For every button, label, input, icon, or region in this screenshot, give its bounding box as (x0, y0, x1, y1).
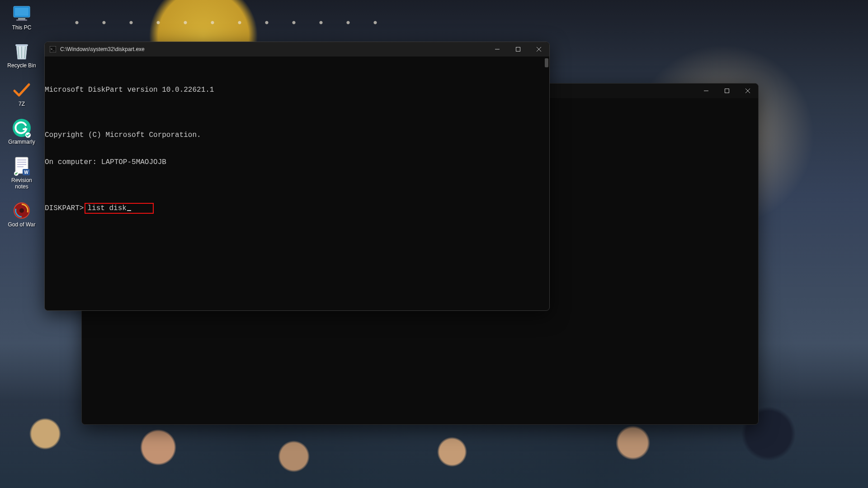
desktop-icon-label: 7Z (19, 101, 25, 107)
terminal-command: list disk (87, 204, 126, 212)
god-of-war-icon (11, 202, 32, 220)
maximize-button[interactable] (508, 42, 528, 56)
svg-rect-19 (725, 89, 729, 93)
svg-rect-2 (18, 18, 25, 19)
minimize-button[interactable] (696, 84, 717, 98)
desktop-icon-grammarly[interactable]: Grammarly (5, 119, 39, 145)
7z-checkmark-icon (11, 81, 32, 99)
desktop-icon-label: Revision notes (5, 177, 39, 190)
recycle-bin-icon (11, 42, 32, 61)
terminal-output-line: On computer: LAPTOP-5MAOJOJB (45, 158, 549, 167)
desktop-icon-7z[interactable]: 7Z (5, 81, 39, 107)
word-document-icon: W (11, 157, 32, 175)
command-highlight: list disk (85, 203, 153, 214)
svg-text:W: W (24, 170, 28, 175)
terminal-output-line: Microsoft DiskPart version 10.0.22621.1 (45, 85, 549, 94)
svg-rect-4 (15, 44, 28, 46)
terminal-icon: >_ (49, 46, 57, 53)
terminal-prompt-line: DISKPART>list disk (45, 203, 549, 214)
scrollbar-thumb[interactable] (545, 58, 548, 67)
desktop-icons-column: This PC Recycle Bin 7Z (5, 5, 41, 240)
desktop-icon-god-of-war[interactable]: God of War (5, 202, 39, 228)
desktop-icon-label: God of War (8, 221, 36, 228)
text-cursor (127, 210, 131, 211)
svg-rect-3 (16, 19, 27, 21)
close-button[interactable] (737, 84, 758, 98)
desktop-icon-revision-notes[interactable]: W Revision notes (5, 157, 39, 190)
desktop-icon-label: Recycle Bin (7, 62, 36, 69)
minimize-button[interactable] (487, 42, 508, 56)
grammarly-icon (11, 119, 32, 137)
window-controls (487, 42, 549, 56)
desktop-icon-this-pc[interactable]: This PC (5, 5, 39, 31)
maximize-button[interactable] (717, 84, 737, 98)
terminal-content-area[interactable]: Microsoft DiskPart version 10.0.22621.1 … (45, 56, 549, 310)
desktop-icon-recycle-bin[interactable]: Recycle Bin (5, 42, 39, 69)
close-button[interactable] (528, 42, 549, 56)
wallpaper-decoration (63, 18, 380, 27)
diskpart-window[interactable]: >_ C:\Windows\system32\diskpart.exe Micr… (44, 42, 550, 311)
svg-text:>_: >_ (51, 47, 55, 51)
svg-rect-25 (516, 47, 520, 52)
window-title: C:\Windows\system32\diskpart.exe (60, 46, 487, 52)
svg-rect-1 (15, 8, 28, 16)
desktop-icon-label: This PC (12, 24, 32, 31)
desktop-icon-label: Grammarly (8, 139, 35, 145)
window-controls (696, 84, 758, 98)
terminal-output-line: Copyright (C) Microsoft Corporation. (45, 131, 549, 140)
terminal-prompt: DISKPART> (45, 204, 84, 212)
desktop[interactable]: This PC Recycle Bin 7Z (0, 0, 868, 488)
window-titlebar[interactable]: >_ C:\Windows\system32\diskpart.exe (45, 42, 549, 56)
this-pc-icon (11, 5, 32, 23)
svg-point-17 (19, 208, 24, 213)
